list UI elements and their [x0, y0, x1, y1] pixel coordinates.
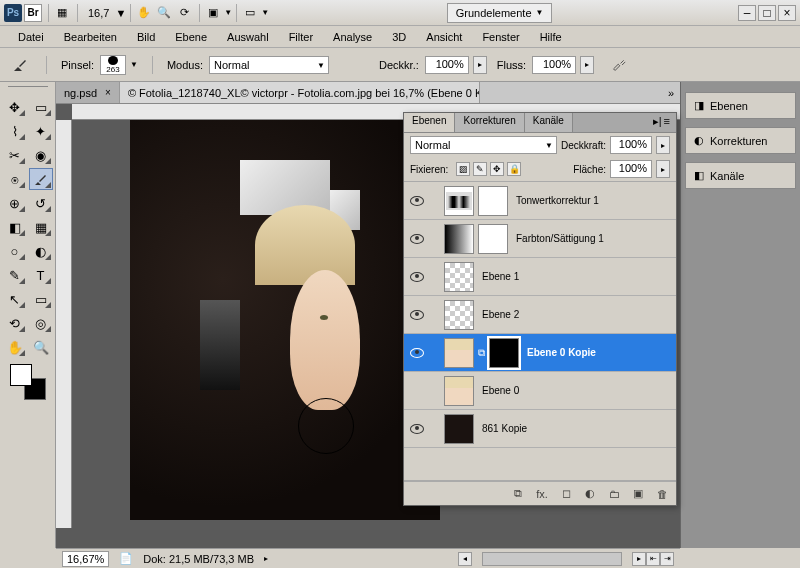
layer-thumbnail[interactable]: [444, 186, 474, 216]
layer-thumbnail[interactable]: [444, 300, 474, 330]
lasso-tool[interactable]: ⌇: [3, 120, 27, 142]
scroll-half-right[interactable]: ⇥: [660, 552, 674, 566]
brush-preset-picker[interactable]: 263: [100, 55, 126, 75]
menu-ansicht[interactable]: Ansicht: [416, 28, 472, 46]
layer-fill-flyout[interactable]: ▸: [656, 160, 670, 178]
foreground-color[interactable]: [10, 364, 32, 386]
mask-thumbnail[interactable]: [478, 224, 508, 254]
menu-hilfe[interactable]: Hilfe: [530, 28, 572, 46]
layer-opacity-flyout[interactable]: ▸: [656, 136, 670, 154]
dodge-tool[interactable]: ◐: [29, 240, 53, 262]
collapsed-panel-ebenen[interactable]: ◨Ebenen: [685, 92, 796, 119]
collapsed-panel-korrekturen[interactable]: ◐Korrekturen: [685, 127, 796, 154]
workspace-switcher[interactable]: Grundelemente▼: [447, 3, 553, 23]
crop-tool[interactable]: ✂: [3, 144, 27, 166]
h-scrollbar[interactable]: [482, 552, 622, 566]
menu-datei[interactable]: Datei: [8, 28, 54, 46]
zoom-tool-icon[interactable]: 🔍: [155, 4, 173, 22]
3d-rotate-tool[interactable]: ⟲: [3, 312, 27, 334]
quick-select-tool[interactable]: ✦: [29, 120, 53, 142]
arrange-docs-icon[interactable]: ▣: [204, 4, 222, 22]
brush-tool-indicator[interactable]: [8, 54, 32, 76]
visibility-toggle[interactable]: [408, 232, 426, 246]
blur-tool[interactable]: ○: [3, 240, 27, 262]
airbrush-icon[interactable]: [612, 58, 626, 72]
menu-ebene[interactable]: Ebene: [165, 28, 217, 46]
layer-name[interactable]: Ebene 0: [482, 385, 519, 396]
layer-row[interactable]: 861 Kopie: [404, 410, 676, 448]
minimize-button[interactable]: –: [738, 5, 756, 21]
gradient-tool[interactable]: ▦: [29, 216, 53, 238]
panel-tab-kanaele[interactable]: Kanäle: [525, 113, 573, 132]
type-tool[interactable]: T: [29, 264, 53, 286]
flow-flyout[interactable]: ▸: [580, 56, 594, 74]
mask-thumbnail[interactable]: [478, 186, 508, 216]
pen-tool[interactable]: ✎: [3, 264, 27, 286]
zoom-level[interactable]: 16,7: [88, 7, 109, 19]
layer-fill-input[interactable]: 100%: [610, 160, 652, 178]
path-select-tool[interactable]: ↖: [3, 288, 27, 310]
eyedropper-tool[interactable]: ◉: [29, 144, 53, 166]
visibility-toggle[interactable]: [408, 194, 426, 208]
ruler-vertical[interactable]: [56, 120, 72, 528]
move-tool[interactable]: ✥: [3, 96, 27, 118]
layer-name[interactable]: Ebene 2: [482, 309, 519, 320]
document-image[interactable]: [130, 120, 440, 520]
maximize-button[interactable]: □: [758, 5, 776, 21]
hand-tool-icon[interactable]: ✋: [135, 4, 153, 22]
eraser-tool[interactable]: ◧: [3, 216, 27, 238]
layer-thumbnail[interactable]: [444, 224, 474, 254]
lock-all-icon[interactable]: 🔒: [507, 162, 521, 176]
clone-stamp-tool[interactable]: ⊕: [3, 192, 27, 214]
document-tab-2[interactable]: © Fotolia_1218740_XL© victorpr - Fotolia…: [120, 82, 480, 103]
scroll-left-button[interactable]: ◂: [458, 552, 472, 566]
healing-brush-tool[interactable]: ⍟: [3, 168, 27, 190]
shape-tool[interactable]: ▭: [29, 288, 53, 310]
menu-analyse[interactable]: Analyse: [323, 28, 382, 46]
scroll-half-left[interactable]: ⇤: [646, 552, 660, 566]
zoom-readout[interactable]: 16,67%: [62, 551, 109, 567]
panel-collapse-icon[interactable]: ▸|: [653, 115, 662, 130]
3d-orbit-tool[interactable]: ◎: [29, 312, 53, 334]
film-strip-icon[interactable]: ▦: [53, 4, 71, 22]
add-mask-icon[interactable]: ◻: [558, 487, 574, 501]
rotate-view-icon[interactable]: ⟳: [175, 4, 193, 22]
visibility-toggle[interactable]: [408, 384, 426, 398]
layer-row[interactable]: Ebene 1: [404, 258, 676, 296]
lock-transparency-icon[interactable]: ▨: [456, 162, 470, 176]
layer-row[interactable]: Ebene 0: [404, 372, 676, 410]
lock-position-icon[interactable]: ✥: [490, 162, 504, 176]
layer-name[interactable]: Tonwertkorrektur 1: [516, 195, 599, 206]
screen-mode-icon[interactable]: ▭: [241, 4, 259, 22]
lock-pixels-icon[interactable]: ✎: [473, 162, 487, 176]
layer-row[interactable]: Ebene 2: [404, 296, 676, 334]
mask-thumbnail[interactable]: [489, 338, 519, 368]
panel-tab-ebenen[interactable]: Ebenen: [404, 113, 455, 132]
layer-row[interactable]: ⧉ Ebene 0 Kopie: [404, 334, 676, 372]
layer-style-icon[interactable]: fx.: [534, 487, 550, 501]
new-group-icon[interactable]: 🗀: [606, 487, 622, 501]
document-tab-1[interactable]: ng.psd×: [56, 82, 120, 103]
collapsed-panel-kanaele[interactable]: ◧Kanäle: [685, 162, 796, 189]
layer-opacity-input[interactable]: 100%: [610, 136, 652, 154]
marquee-tool[interactable]: ▭: [29, 96, 53, 118]
menu-auswahl[interactable]: Auswahl: [217, 28, 279, 46]
layer-thumbnail[interactable]: [444, 338, 474, 368]
hand-tool[interactable]: ✋: [3, 336, 27, 358]
layer-name[interactable]: Farbton/Sättigung 1: [516, 233, 604, 244]
panel-tab-korrekturen[interactable]: Korrekturen: [455, 113, 524, 132]
layer-name[interactable]: Ebene 1: [482, 271, 519, 282]
scroll-right-button[interactable]: ▸: [632, 552, 646, 566]
menu-fenster[interactable]: Fenster: [472, 28, 529, 46]
visibility-toggle[interactable]: [408, 346, 426, 360]
visibility-toggle[interactable]: [408, 422, 426, 436]
layer-row[interactable]: Farbton/Sättigung 1: [404, 220, 676, 258]
menu-filter[interactable]: Filter: [279, 28, 323, 46]
layer-blend-mode[interactable]: Normal: [410, 136, 557, 154]
tab-overflow[interactable]: »: [662, 82, 680, 103]
layer-row[interactable]: Tonwertkorrektur 1: [404, 182, 676, 220]
delete-layer-icon[interactable]: 🗑: [654, 487, 670, 501]
link-layers-icon[interactable]: ⧉: [510, 487, 526, 501]
menu-3d[interactable]: 3D: [382, 28, 416, 46]
menu-bild[interactable]: Bild: [127, 28, 165, 46]
